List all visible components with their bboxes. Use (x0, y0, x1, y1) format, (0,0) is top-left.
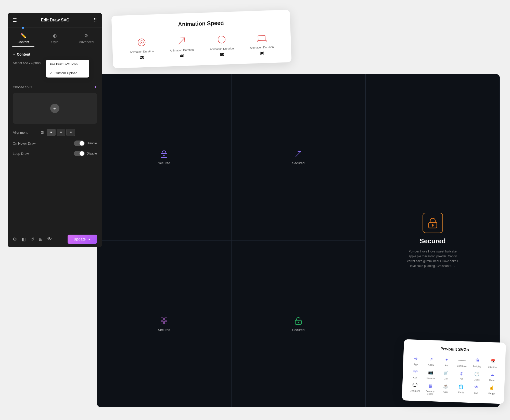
anim-label-4: Animation Duration (250, 45, 274, 49)
app-label: App (414, 363, 418, 366)
on-hover-draw-toggle[interactable] (74, 141, 85, 146)
svg-point-1 (54, 109, 55, 110)
building-label: Building (473, 365, 481, 368)
layers-icon[interactable]: ◧ (21, 236, 26, 242)
loop-draw-row: Loop Draw Disable (13, 151, 97, 156)
grid-icon-3 (159, 316, 169, 325)
select-svg-field: Select SVG Option Pre Built SVG Icon ✓ C… (13, 61, 97, 65)
content-section-title: Content (13, 52, 97, 56)
calendar-icon: 📅 (489, 358, 496, 365)
anim-value-3: 60 (220, 52, 224, 57)
cloud-label: Cloud (489, 379, 495, 382)
eye-label: Eye (474, 392, 478, 394)
anim-label-1: Animation Duration (130, 50, 154, 54)
svg-item-clock[interactable]: 🕐 Clock (470, 370, 483, 381)
dropdown-prebuilt-label: Pre Built SVG Icon (50, 62, 78, 66)
tab-advanced[interactable]: ⚙ Advanced (71, 31, 102, 47)
svg-grid: ❋ App ↗ Arrow ✦ Art ——— Banknote 🏛 Build… (408, 355, 499, 398)
svg-point-4 (141, 42, 142, 43)
alignment-row: Alignment ⊡ ≡ ≡ ≡ (13, 129, 97, 136)
svg-point-9 (432, 224, 434, 226)
svg-item-eye[interactable]: 👁 Eye (470, 383, 483, 397)
svg-item-building[interactable]: 🏛 Building (471, 357, 484, 368)
anim-item-2: Animation Duration 40 (169, 35, 194, 59)
cd-icon: ◎ (458, 370, 465, 377)
align-left-button[interactable]: ≡ (47, 129, 56, 136)
tab-content-label: Content (18, 40, 29, 44)
left-panel: ☰ Edit Draw SVG ⠿ ✏️ Content ◐ Style ⚙ A… (8, 13, 102, 247)
featured-title: Secured (419, 237, 446, 245)
notification-dot (22, 27, 24, 29)
comment-icon: 💬 (411, 381, 419, 389)
style-tab-icon: ◐ (53, 33, 57, 39)
history-icon[interactable]: ↺ (30, 236, 34, 242)
cup-label: Cup (443, 391, 448, 393)
svg-item-cloud[interactable]: ☁ Cloud (486, 371, 499, 382)
dropdown-item-prebuilt[interactable]: Pre Built SVG Icon (46, 60, 89, 69)
dropdown-custom-label: Custom Upload (55, 71, 78, 75)
anim-icon-1 (136, 36, 147, 48)
svg-rect-14 (164, 321, 167, 324)
panel-header: ☰ Edit Draw SVG ⠿ (8, 13, 102, 28)
content-board-icon: ▦ (427, 382, 434, 389)
on-hover-draw-label: On Hover Draw (13, 142, 36, 145)
arrow-icon-2 (294, 149, 303, 159)
user-icon-4 (294, 316, 303, 325)
svg-item-art[interactable]: ✦ Art (440, 356, 453, 367)
anim-icon-3 (216, 34, 227, 46)
anim-icon-4 (256, 32, 267, 44)
svg-option-dropdown[interactable]: Pre Built SVG Icon ✓ Custom Upload (46, 60, 89, 78)
frame-icon[interactable]: ⊞ (39, 236, 43, 242)
alignment-label: Alignment (13, 131, 41, 134)
grid-icon[interactable]: ⠿ (94, 17, 97, 23)
comment-label: Comment (410, 389, 420, 392)
align-center-button[interactable]: ≡ (57, 129, 65, 136)
svg-item-earth[interactable]: 🌐 Earth (454, 383, 468, 397)
settings-icon[interactable]: ⚙ (13, 236, 17, 242)
update-button-label: Update (74, 237, 86, 241)
eye-icon[interactable]: 👁 (47, 236, 52, 242)
eye-svg-icon: 👁 (473, 384, 480, 391)
arrow-label: Arrow (428, 363, 434, 366)
svg-upload-area[interactable]: + (13, 93, 97, 124)
svg-item-cd[interactable]: ◎ CD (455, 370, 468, 381)
loop-draw-toggle[interactable] (74, 151, 85, 156)
svg-item-camera[interactable]: 📷 Camera (424, 368, 437, 380)
svg-item-calendar[interactable]: 📅 Calendar (486, 357, 499, 368)
svg-item-call[interactable]: ☏ Call (409, 368, 422, 379)
art-icon: ✦ (443, 356, 450, 363)
dropdown-item-custom[interactable]: ✓ Custom Upload (46, 69, 89, 78)
anim-item-3: Animation Duration 60 (209, 34, 234, 57)
align-right-button[interactable]: ≡ (66, 129, 75, 136)
svg-item-arrow[interactable]: ↗ Arrow (425, 355, 438, 366)
svg-item-cart[interactable]: 🛒 Cart (440, 369, 453, 380)
tab-advanced-label: Advanced (79, 40, 94, 44)
grid-cell-label-4: Secured (292, 328, 304, 332)
tab-style[interactable]: ◐ Style (39, 31, 70, 47)
svg-point-16 (298, 322, 299, 323)
svg-item-cup[interactable]: ☕ Cup (439, 382, 452, 396)
update-button[interactable]: Update ▲ (68, 235, 97, 244)
camera-icon: 📷 (427, 368, 435, 376)
tab-content[interactable]: ✏️ Content (8, 31, 39, 47)
loop-draw-label: Loop Draw (13, 152, 29, 156)
banknote-icon: ——— (458, 357, 466, 364)
hamburger-icon[interactable]: ☰ (13, 17, 17, 23)
svg-item-comment[interactable]: 💬 Comment (408, 381, 422, 395)
footer-icons: ⚙ ◧ ↺ ⊞ 👁 (13, 236, 52, 242)
grid-cell-label-2: Secured (292, 161, 304, 165)
lock-icon-1 (159, 149, 169, 159)
svg-item-finger[interactable]: ☝ Finger (485, 384, 498, 398)
svg-item-app[interactable]: ❋ App (409, 355, 423, 366)
svg-item-content-board[interactable]: ▦ Content-Board (424, 382, 437, 396)
sparkle-icon[interactable]: ✦ (94, 85, 97, 90)
svg-point-7 (163, 155, 165, 156)
svg-item-banknote[interactable]: ——— Banknote (455, 356, 469, 367)
arrow-icon: ↗ (428, 355, 435, 363)
grid-cell-4: Secured (231, 241, 366, 408)
svg-rect-5 (258, 35, 265, 40)
grid-cell-label-1: Secured (158, 161, 170, 165)
main-area: Animation Speed Animation Duration 20 An… (97, 13, 500, 407)
prebuilt-svgs-card: Pre-built SVGs ❋ App ↗ Arrow ✦ Art ——— B… (402, 339, 506, 404)
featured-lock-icon (427, 217, 439, 229)
